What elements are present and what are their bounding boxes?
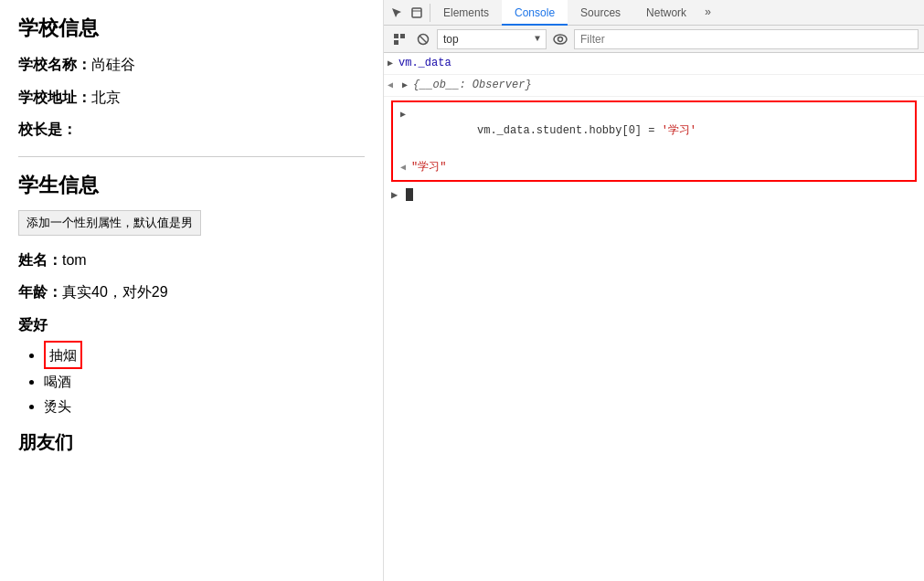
hobby-title: 爱好 [18,313,365,337]
section-divider [18,156,365,157]
set-hobby-value: '学习' [662,124,696,137]
console-line-set-hobby: ▶ vm._data.student.hobby[0] = '学习' [397,104,911,157]
highlighted-command-block: ▶ vm._data.student.hobby[0] = '学习' ◀ "学习… [391,100,917,182]
inspect-icon[interactable] [408,4,426,22]
set-hobby-text: vm._data.student.hobby[0] = '学习' [411,106,908,155]
tab-sources[interactable]: Sources [568,0,633,26]
tab-console[interactable]: Console [502,0,568,26]
school-name-value: 尚硅谷 [91,57,135,72]
devtools-left-icons [384,4,430,22]
svg-line-6 [420,36,427,43]
eye-icon[interactable] [550,29,570,49]
name-value: tom [62,252,87,268]
left-panel: 学校信息 学校名称：尚硅谷 学校地址：北京 校长是： 学生信息 添加一个性别属性… [0,0,384,581]
add-gender-button[interactable]: 添加一个性别属性，默认值是男 [18,210,201,236]
console-line-observer: ◀ ▶ {__ob__: Observer} [384,75,924,97]
principal-row: 校长是： [18,118,365,142]
hobby-item-3: 烫头 [44,394,365,418]
context-selector[interactable]: top ▼ [437,29,547,49]
school-address-value: 北京 [91,90,121,105]
tab-network[interactable]: Network [633,0,699,26]
expand-arrow-observer[interactable]: ▶ [398,77,413,94]
svg-rect-3 [400,34,405,38]
context-label: top [443,33,535,46]
svg-rect-2 [394,34,398,38]
friends-title: 朋友们 [18,428,365,457]
observer-text: {__ob__: Observer} [413,77,920,93]
principal-label: 校长是： [18,121,77,137]
school-address-row: 学校地址：北京 [18,86,365,110]
console-line-vm-data: ▶ vm._data [384,53,924,75]
expand-arrow-vm-data[interactable]: ▶ [384,55,398,72]
cursor-icon[interactable] [388,4,406,22]
svg-point-8 [558,37,563,41]
devtools-panel: Elements Console Sources Network » top ▼ [384,0,924,581]
tab-elements[interactable]: Elements [430,0,502,26]
svg-rect-0 [412,8,421,17]
back-arrow-result[interactable]: ◀ [397,159,411,176]
filter-input[interactable] [574,29,919,49]
tab-more[interactable]: » [699,6,717,19]
school-name-row: 学校名称：尚硅谷 [18,53,365,77]
devtools-toolbar: top ▼ [384,26,924,53]
hobby-section: 爱好 抽烟 喝酒 烫头 [18,313,365,418]
devtools-tab-bar: Elements Console Sources Network » [384,0,924,26]
console-prompt-line[interactable]: ▶ [384,185,924,204]
student-section-title: 学生信息 [18,172,365,199]
cursor-blink [406,188,413,201]
expand-arrow-hobby[interactable]: ▶ [397,106,411,123]
vm-data-text: vm._data [398,55,920,71]
age-row: 年龄：真实40，对外29 [18,280,365,304]
svg-point-7 [554,35,567,44]
block-icon[interactable] [389,29,409,49]
hobby-highlight-box: 抽烟 [44,341,82,369]
console-line-result: ◀ "学习" [397,157,911,178]
hobby-list: 抽烟 喝酒 烫头 [18,341,365,418]
age-value: 真实40，对外29 [62,284,168,300]
ban-icon[interactable] [413,29,433,49]
context-arrow: ▼ [535,34,540,44]
back-arrow-observer[interactable]: ◀ [384,77,398,94]
friends-section: 朋友们 [18,428,365,457]
svg-rect-4 [394,40,398,45]
name-label: 姓名： [18,252,62,268]
set-hobby-prefix: vm._data.student.hobby[0] = [477,124,662,137]
name-row: 姓名：tom [18,248,365,272]
school-name-label: 学校名称： [18,57,91,72]
result-text: "学习" [411,159,908,175]
hobby-item-2: 喝酒 [44,369,365,394]
school-section-title: 学校信息 [18,15,365,42]
console-output: ▶ vm._data ◀ ▶ {__ob__: Observer} ▶ vm._… [384,53,924,581]
school-address-label: 学校地址： [18,90,91,105]
hobby-item-1: 抽烟 [44,341,365,369]
age-label: 年龄： [18,284,62,300]
prompt-caret: ▶ [388,187,402,202]
